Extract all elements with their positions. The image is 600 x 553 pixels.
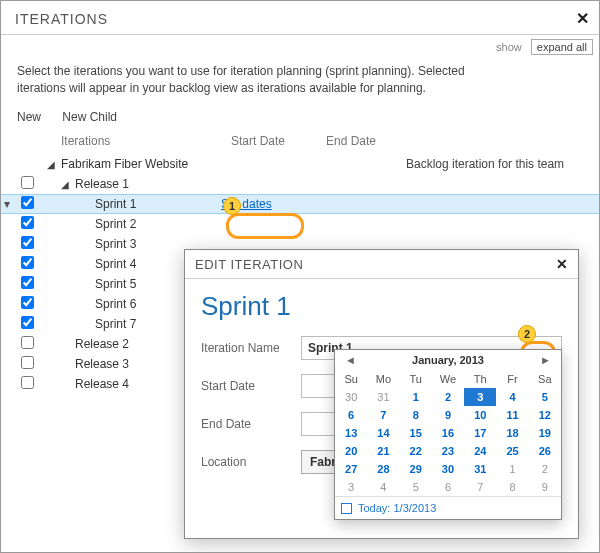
calendar-dow: Tu: [400, 370, 432, 388]
row-label: Sprint 3: [95, 237, 136, 251]
row-checkbox[interactable]: [21, 256, 34, 269]
calendar-day[interactable]: 1: [496, 460, 528, 478]
calendar-dow: Su: [335, 370, 367, 388]
row-label: Sprint 7: [95, 317, 136, 331]
expander-icon[interactable]: ◢: [61, 179, 71, 190]
tree-row[interactable]: ▾Sprint 1Set dates: [1, 194, 599, 214]
new-child-button[interactable]: New Child: [62, 110, 117, 124]
row-label: Release 1: [75, 177, 129, 191]
calendar-day[interactable]: 31: [367, 388, 399, 406]
row-checkbox[interactable]: [21, 316, 34, 329]
row-label: Sprint 5: [95, 277, 136, 291]
dialog-close-icon[interactable]: ✕: [556, 256, 569, 272]
calendar-dow: Th: [464, 370, 496, 388]
date-picker: ◄ January, 2013 ► SuMoTuWeThFrSa 3031123…: [334, 349, 562, 520]
show-link[interactable]: show: [496, 41, 522, 53]
row-checkbox[interactable]: [21, 216, 34, 229]
calendar-day[interactable]: 24: [464, 442, 496, 460]
new-button[interactable]: New: [17, 110, 41, 124]
calendar-day[interactable]: 5: [400, 478, 432, 496]
calendar-day[interactable]: 5: [529, 388, 561, 406]
dialog-title-bar: EDIT ITERATION: [195, 257, 303, 272]
calendar-day[interactable]: 16: [432, 424, 464, 442]
calendar-day[interactable]: 20: [335, 442, 367, 460]
calendar-day[interactable]: 6: [335, 406, 367, 424]
row-checkbox[interactable]: [21, 196, 34, 209]
callout-badge-2: 2: [518, 325, 536, 343]
calendar-day[interactable]: 31: [464, 460, 496, 478]
dialog-header: EDIT ITERATION ✕: [185, 250, 578, 279]
calendar-day[interactable]: 10: [464, 406, 496, 424]
calendar-day[interactable]: 9: [432, 406, 464, 424]
calendar-day[interactable]: 21: [367, 442, 399, 460]
callout-badge-1: 1: [223, 197, 241, 215]
calendar-day[interactable]: 28: [367, 460, 399, 478]
calendar-prev-icon[interactable]: ◄: [341, 354, 360, 366]
calendar-day[interactable]: 11: [496, 406, 528, 424]
calendar-day[interactable]: 8: [400, 406, 432, 424]
calendar-day[interactable]: 15: [400, 424, 432, 442]
calendar-day[interactable]: 27: [335, 460, 367, 478]
label-location: Location: [201, 455, 301, 469]
calendar-day[interactable]: 2: [432, 388, 464, 406]
calendar-day[interactable]: 4: [496, 388, 528, 406]
col-end: End Date: [326, 134, 416, 148]
today-label: Today: 1/3/2013: [358, 502, 436, 514]
calendar-day[interactable]: 6: [432, 478, 464, 496]
calendar-grid: SuMoTuWeThFrSa 3031123456789101112131415…: [335, 370, 561, 496]
label-start-date: Start Date: [201, 379, 301, 393]
calendar-day[interactable]: 8: [496, 478, 528, 496]
label-end-date: End Date: [201, 417, 301, 431]
calendar-dow: Mo: [367, 370, 399, 388]
calendar-title[interactable]: January, 2013: [360, 354, 536, 366]
calendar-dow: Sa: [529, 370, 561, 388]
row-checkbox[interactable]: [21, 336, 34, 349]
calendar-day[interactable]: 26: [529, 442, 561, 460]
tree-row[interactable]: ◢Release 1: [1, 174, 599, 194]
calendar-day[interactable]: 2: [529, 460, 561, 478]
close-icon[interactable]: ✕: [576, 9, 589, 28]
calendar-day[interactable]: 19: [529, 424, 561, 442]
calendar-day[interactable]: 29: [400, 460, 432, 478]
calendar-day[interactable]: 22: [400, 442, 432, 460]
calendar-day[interactable]: 17: [464, 424, 496, 442]
expander-icon[interactable]: ◢: [47, 159, 57, 170]
col-start: Start Date: [231, 134, 326, 148]
calendar-day[interactable]: 7: [367, 406, 399, 424]
calendar-footer[interactable]: Today: 1/3/2013: [335, 496, 561, 519]
toolbar: New New Child: [1, 108, 599, 134]
calendar-day[interactable]: 3: [464, 388, 496, 406]
calendar-day[interactable]: 30: [432, 460, 464, 478]
calendar-day[interactable]: 13: [335, 424, 367, 442]
row-label: Sprint 1: [95, 197, 136, 211]
calendar-day[interactable]: 14: [367, 424, 399, 442]
calendar-day[interactable]: 23: [432, 442, 464, 460]
calendar-day[interactable]: 18: [496, 424, 528, 442]
panel-header: ITERATIONS ✕: [1, 1, 599, 35]
calendar-day[interactable]: 7: [464, 478, 496, 496]
calendar-day[interactable]: 30: [335, 388, 367, 406]
calendar-day[interactable]: 9: [529, 478, 561, 496]
calendar-day[interactable]: 3: [335, 478, 367, 496]
row-checkbox[interactable]: [21, 276, 34, 289]
calendar-next-icon[interactable]: ►: [536, 354, 555, 366]
row-checkbox[interactable]: [21, 236, 34, 249]
top-controls: show expand all: [1, 35, 599, 55]
calendar-dow: Fr: [496, 370, 528, 388]
row-checkbox[interactable]: [21, 296, 34, 309]
row-checkbox[interactable]: [21, 356, 34, 369]
calendar-day[interactable]: 12: [529, 406, 561, 424]
tree-row[interactable]: Sprint 2: [1, 214, 599, 234]
row-checkbox[interactable]: [21, 176, 34, 189]
calendar-day[interactable]: 1: [400, 388, 432, 406]
today-indicator-icon: [341, 503, 352, 514]
calendar-day[interactable]: 4: [367, 478, 399, 496]
tree-row[interactable]: ◢Fabrikam Fiber WebsiteBacklog iteration…: [1, 154, 599, 174]
row-label: Sprint 2: [95, 217, 136, 231]
expand-all-button[interactable]: expand all: [531, 39, 593, 55]
row-label: Sprint 4: [95, 257, 136, 271]
label-iteration-name: Iteration Name: [201, 341, 301, 355]
row-checkbox[interactable]: [21, 376, 34, 389]
row-label: Sprint 6: [95, 297, 136, 311]
calendar-day[interactable]: 25: [496, 442, 528, 460]
